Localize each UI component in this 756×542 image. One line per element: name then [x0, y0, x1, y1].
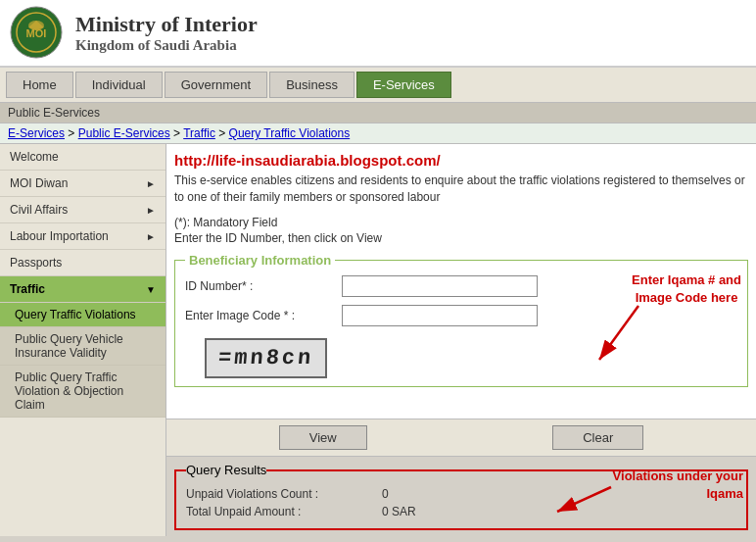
field-instruction: Enter the ID Number, then click on View [174, 231, 748, 245]
button-row: View Clear [166, 419, 756, 457]
captcha-container: =mn8cn [195, 334, 737, 378]
content-wrapper: http://life-insaudiarabia.blogspot.com/ … [166, 144, 756, 536]
breadcrumb-query[interactable]: Query Traffic Violations [229, 126, 351, 140]
nav-tab-government[interactable]: Government [165, 72, 268, 98]
results-section: Query Results Unpaid Violations Count : … [174, 463, 748, 530]
civilaffairs-arrow-icon: ► [146, 205, 156, 216]
nav-tab-business[interactable]: Business [269, 72, 354, 98]
clear-button[interactable]: Clear [552, 425, 643, 450]
nav-bar: Home Individual Government Business E-Se… [0, 68, 756, 103]
labour-arrow-icon: ► [146, 231, 156, 242]
nav-tab-eservices[interactable]: E-Services [356, 72, 451, 98]
breadcrumb-traffic[interactable]: Traffic [183, 126, 215, 140]
sidebar-sub-menu: Query Traffic Violations Public Query Ve… [0, 303, 165, 418]
id-number-input[interactable] [342, 275, 538, 297]
annotation-violations: Violations under yourIqama [613, 468, 743, 503]
result-label-0: Unpaid Violations Count : [186, 487, 382, 501]
main-layout: Welcome MOI Diwan ► Civil Affairs ► Labo… [0, 144, 756, 536]
results-legend: Query Results [186, 463, 266, 477]
moi-logo: MOI [10, 6, 64, 60]
breadcrumb: E-Services > Public E-Services > Traffic… [0, 123, 756, 144]
result-value-0: 0 [382, 487, 389, 501]
result-row-1: Total Unpaid Amount : 0 SAR [186, 505, 736, 518]
id-number-label: ID Number* : [185, 279, 342, 293]
service-description: This e-service enables citizens and resi… [174, 172, 748, 206]
image-code-row: Enter Image Code * : [185, 305, 737, 326]
captcha-image: =mn8cn [205, 338, 327, 378]
image-code-input[interactable] [342, 305, 538, 326]
result-value-1: 0 SAR [382, 505, 416, 518]
content-area: http://life-insaudiarabia.blogspot.com/ … [166, 144, 756, 419]
sidebar: Welcome MOI Diwan ► Civil Affairs ► Labo… [0, 144, 166, 536]
sidebar-item-traffic[interactable]: Traffic ▼ [0, 276, 165, 303]
breadcrumb-public[interactable]: Public E-Services [78, 126, 170, 140]
captcha-text: =mn8cn [217, 346, 314, 370]
view-button[interactable]: View [279, 425, 367, 450]
sidebar-sub-violation-objection[interactable]: Public Query Traffic Violation & Objecti… [0, 366, 165, 418]
sub-header: Public E-Services [0, 103, 756, 123]
moidiwan-arrow-icon: ► [146, 178, 156, 189]
sidebar-item-welcome[interactable]: Welcome [0, 144, 165, 171]
image-code-label: Enter Image Code * : [185, 309, 342, 322]
fieldset-legend: Beneficiary Information [185, 253, 335, 268]
ministry-title: Ministry of Interior [75, 12, 258, 37]
page-header: MOI Ministry of Interior Kingdom of Saud… [0, 0, 756, 68]
breadcrumb-eservices[interactable]: E-Services [8, 126, 65, 140]
sidebar-sub-query-violations[interactable]: Query Traffic Violations [0, 303, 165, 327]
kingdom-subtitle: Kingdom of Saudi Arabia [75, 37, 258, 54]
sidebar-sub-vehicle-insurance[interactable]: Public Query Vehicle Insurance Validity [0, 327, 165, 366]
sidebar-item-labourimportation[interactable]: Labour Importation ► [0, 223, 165, 250]
nav-tab-home[interactable]: Home [6, 72, 73, 98]
annotation-iqama: Enter Iqama # andImage Code here [632, 271, 741, 307]
mandatory-note: (*): Mandatory Field [174, 216, 748, 229]
sidebar-item-moidiwan[interactable]: MOI Diwan ► [0, 171, 165, 197]
nav-tab-individual[interactable]: Individual [75, 72, 163, 98]
traffic-arrow-icon: ▼ [146, 284, 156, 295]
result-label-1: Total Unpaid Amount : [186, 505, 382, 518]
sidebar-item-passports[interactable]: Passports [0, 250, 165, 276]
site-url[interactable]: http://life-insaudiarabia.blogspot.com/ [174, 152, 748, 169]
sidebar-item-civilaffairs[interactable]: Civil Affairs ► [0, 197, 165, 223]
header-text: Ministry of Interior Kingdom of Saudi Ar… [75, 12, 258, 54]
